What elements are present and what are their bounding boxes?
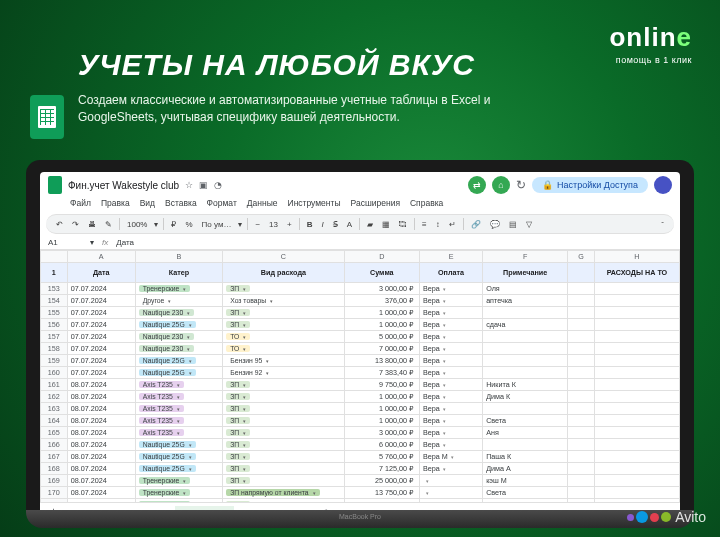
- cell-sum[interactable]: 6 000,00 ₽: [344, 439, 419, 451]
- cell-note[interactable]: Дима А: [483, 463, 568, 475]
- cell-cost-type[interactable]: ЗП: [223, 391, 344, 403]
- row-number[interactable]: 159: [41, 355, 68, 367]
- fill-color-button[interactable]: ▰: [365, 220, 375, 229]
- col-header-sum[interactable]: Сумма: [344, 263, 419, 283]
- cell-note[interactable]: Аня: [483, 427, 568, 439]
- row-number[interactable]: 170: [41, 487, 68, 499]
- cell-note[interactable]: сдача: [483, 319, 568, 331]
- table-row[interactable]: 15307.07.2024ТренерскиеЗП3 000,00 ₽ВераО…: [41, 283, 680, 295]
- table-row[interactable]: 16108.07.2024Axis T235ЗП9 750,00 ₽ВераНи…: [41, 379, 680, 391]
- menu-данные[interactable]: Данные: [247, 198, 278, 208]
- table-row[interactable]: 15607.07.2024Nautique 25GЗП1 000,00 ₽Вер…: [41, 319, 680, 331]
- table-row[interactable]: 15407.07.2024ДругоеХоз товары376,00 ₽Вер…: [41, 295, 680, 307]
- cell-boat[interactable]: Nautique 230: [135, 307, 222, 319]
- cloud-status-icon[interactable]: ◔: [214, 180, 222, 190]
- cell-boat[interactable]: Тренерские: [135, 475, 222, 487]
- cell-sum[interactable]: 7 125,00 ₽: [344, 463, 419, 475]
- row-number[interactable]: 166: [41, 439, 68, 451]
- cell-date[interactable]: 08.07.2024: [67, 451, 135, 463]
- cell-cost-type[interactable]: ЗП: [223, 451, 344, 463]
- merge-button[interactable]: ⿻: [397, 220, 409, 229]
- strike-button[interactable]: S̶: [331, 220, 340, 229]
- share-button[interactable]: 🔒Настройки Доступа: [532, 177, 648, 193]
- row-number[interactable]: 160: [41, 367, 68, 379]
- zoom-select[interactable]: 100%: [125, 220, 149, 229]
- cell-note[interactable]: [483, 403, 568, 415]
- cell-date[interactable]: 08.07.2024: [67, 403, 135, 415]
- row-number[interactable]: 161: [41, 379, 68, 391]
- row-number[interactable]: 167: [41, 451, 68, 463]
- cell-note[interactable]: [483, 331, 568, 343]
- cell-note[interactable]: Света: [483, 487, 568, 499]
- cell-cost-type[interactable]: ЗП: [223, 415, 344, 427]
- bold-button[interactable]: B: [305, 220, 315, 229]
- cell-boat[interactable]: Axis T235: [135, 403, 222, 415]
- cell-sum[interactable]: 7 000,00 ₽: [344, 343, 419, 355]
- col-header-boat[interactable]: Катер: [135, 263, 222, 283]
- table-row[interactable]: 16708.07.2024Nautique 25GЗП5 760,00 ₽Вер…: [41, 451, 680, 463]
- col-header-note[interactable]: Примечание: [483, 263, 568, 283]
- account-avatar[interactable]: [654, 176, 672, 194]
- table-row[interactable]: 16508.07.2024Axis T235ЗП3 000,00 ₽ВераАн…: [41, 427, 680, 439]
- cell-sum[interactable]: 25 000,00 ₽: [344, 475, 419, 487]
- cell-boat[interactable]: Nautique 25G: [135, 439, 222, 451]
- cell-cost-type[interactable]: ЗП: [223, 463, 344, 475]
- cell-boat[interactable]: Axis T235: [135, 391, 222, 403]
- cell-sum[interactable]: 5 760,00 ₽: [344, 451, 419, 463]
- cell-note[interactable]: [483, 355, 568, 367]
- cell-payment[interactable]: Вера: [419, 463, 482, 475]
- row-number[interactable]: 154: [41, 295, 68, 307]
- comment-button[interactable]: 💬: [488, 220, 502, 229]
- borders-button[interactable]: ▦: [380, 220, 392, 229]
- cell-cost-type[interactable]: ЗП: [223, 439, 344, 451]
- cell-date[interactable]: 07.07.2024: [67, 343, 135, 355]
- doc-type-icon[interactable]: [48, 176, 62, 194]
- table-row[interactable]: 16808.07.2024Nautique 25GЗП7 125,00 ₽Вер…: [41, 463, 680, 475]
- cell-payment[interactable]: Вера: [419, 403, 482, 415]
- cell-boat[interactable]: Другое: [135, 295, 222, 307]
- cell-payment[interactable]: Вера: [419, 391, 482, 403]
- cell-cost-type[interactable]: ЗП: [223, 307, 344, 319]
- row-number[interactable]: 165: [41, 427, 68, 439]
- cell-sum[interactable]: 7 383,40 ₽: [344, 367, 419, 379]
- cell-date[interactable]: 08.07.2024: [67, 463, 135, 475]
- font-select[interactable]: По ум…: [200, 220, 234, 229]
- cell-cost-type[interactable]: ЗП: [223, 319, 344, 331]
- cell-boat[interactable]: Тренерские: [135, 283, 222, 295]
- cell-date[interactable]: 08.07.2024: [67, 487, 135, 499]
- cell-payment[interactable]: Вера: [419, 355, 482, 367]
- cell-boat[interactable]: Nautique 230: [135, 331, 222, 343]
- cell-boat[interactable]: Тренерские: [135, 487, 222, 499]
- folder-move-icon[interactable]: ▣: [199, 180, 208, 190]
- cell-date[interactable]: 08.07.2024: [67, 391, 135, 403]
- col-header-E[interactable]: E: [419, 251, 482, 263]
- formula-input[interactable]: Дата: [116, 238, 134, 247]
- cell-date[interactable]: 07.07.2024: [67, 367, 135, 379]
- table-row[interactable]: 16408.07.2024Axis T235ЗП1 000,00 ₽ВераСв…: [41, 415, 680, 427]
- wrap-button[interactable]: ↵: [447, 220, 458, 229]
- row-number[interactable]: 163: [41, 403, 68, 415]
- table-row[interactable]: 17008.07.2024ТренерскиеЗП напрямую от кл…: [41, 487, 680, 499]
- cell-date[interactable]: 07.07.2024: [67, 283, 135, 295]
- cell-payment[interactable]: Вера: [419, 367, 482, 379]
- cell-date[interactable]: 07.07.2024: [67, 319, 135, 331]
- cell-payment[interactable]: Вера: [419, 379, 482, 391]
- cell-cost-type[interactable]: Бензин 95: [223, 355, 344, 367]
- row-number[interactable]: 158: [41, 343, 68, 355]
- cell-payment[interactable]: Вера М: [419, 451, 482, 463]
- cell-payment[interactable]: Вера: [419, 283, 482, 295]
- cell-payment[interactable]: [419, 487, 482, 499]
- cell-boat[interactable]: Nautique 25G: [135, 319, 222, 331]
- row-number[interactable]: 169: [41, 475, 68, 487]
- font-size-value[interactable]: 13: [267, 220, 280, 229]
- table-row[interactable]: 16208.07.2024Axis T235ЗП1 000,00 ₽ВераДи…: [41, 391, 680, 403]
- col-header-C[interactable]: C: [223, 251, 344, 263]
- presence-avatar-2[interactable]: ⌂: [492, 176, 510, 194]
- name-box[interactable]: A1: [48, 238, 82, 247]
- cell-note[interactable]: [483, 307, 568, 319]
- table-row[interactable]: 15707.07.2024Nautique 230ТО5 000,00 ₽Вер…: [41, 331, 680, 343]
- table-row[interactable]: 16308.07.2024Axis T235ЗП1 000,00 ₽Вера: [41, 403, 680, 415]
- col-header-payment[interactable]: Оплата: [419, 263, 482, 283]
- row-number[interactable]: 168: [41, 463, 68, 475]
- cell-note[interactable]: Никита К: [483, 379, 568, 391]
